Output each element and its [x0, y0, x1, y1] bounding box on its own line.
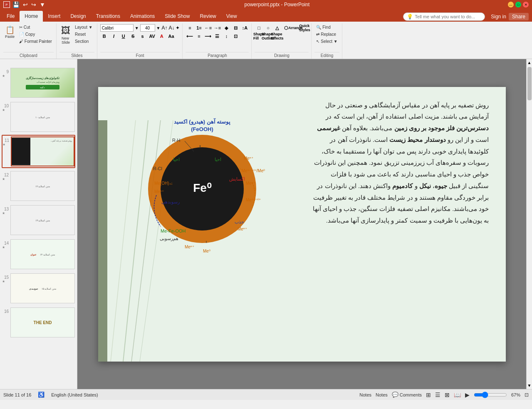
- language-indicator[interactable]: English (United States): [51, 392, 98, 397]
- main-area: 9 ★ تکنولوژی‌های زیست‌سازگاری روش‌های کا…: [0, 59, 532, 389]
- zoom-slider[interactable]: [474, 392, 507, 398]
- shape-3[interactable]: △: [273, 24, 281, 32]
- scroll-thumb[interactable]: [527, 67, 532, 100]
- paragraph-content: ≡ 1≡ ←≡ →≡ ◈ ⊟ ↕A ⟵ ≡ ⟶ ☰ ↕ ⊡: [186, 24, 249, 52]
- reading-view-button[interactable]: 📖: [454, 392, 461, 398]
- maximize-button[interactable]: □: [515, 2, 521, 7]
- font-name-dropdown[interactable]: ▼: [135, 26, 139, 30]
- font-size-aa-button[interactable]: Aa: [167, 32, 176, 40]
- underline-button[interactable]: U: [119, 32, 128, 40]
- scroll-down-button[interactable]: ▼: [526, 382, 532, 389]
- slide-item-13[interactable]: 13 ★ متن اسلاید ۱۳: [2, 204, 75, 236]
- shape-1[interactable]: □: [255, 24, 263, 32]
- outline-view-button[interactable]: ☰: [435, 392, 440, 398]
- font-row2: B I U S s AV A Aa: [100, 32, 176, 40]
- align-left-button[interactable]: ⟵: [186, 32, 194, 40]
- tab-insert[interactable]: Insert: [43, 11, 65, 22]
- increase-font-button[interactable]: A↑: [161, 25, 167, 31]
- increase-indent-button[interactable]: →≡: [213, 24, 221, 32]
- close-button[interactable]: ✕: [523, 2, 529, 7]
- align-right-button[interactable]: ⟶: [204, 32, 212, 40]
- tell-me-box[interactable]: 💡: [403, 12, 485, 21]
- smartart-button[interactable]: ◈: [222, 24, 230, 32]
- shadow-button[interactable]: s: [139, 32, 147, 40]
- sign-in-button[interactable]: Sign in: [491, 14, 506, 20]
- quick-access-toolbar: 💾 ↩ ↪ ▼: [12, 1, 46, 8]
- numbering-button[interactable]: 1≡: [195, 24, 203, 32]
- slide-item-9[interactable]: 9 ★ تکنولوژی‌های زیست‌سازگاری روش‌های کا…: [2, 67, 75, 99]
- new-slide-button[interactable]: 🖼 NewSlide: [59, 24, 72, 46]
- font-color-button[interactable]: A: [158, 32, 166, 40]
- ribbon-tabs: File Home Insert Design Transitions Anim…: [0, 9, 532, 22]
- slide-item-10[interactable]: 10 ★ متن اسلاید ۱۰: [2, 101, 75, 133]
- vertical-scrollbar[interactable]: ▲ ▼: [526, 59, 532, 389]
- normal-view-button[interactable]: ⊞: [426, 392, 431, 398]
- bullets-button[interactable]: ≡: [186, 24, 194, 32]
- layout-button[interactable]: Layout ▼: [73, 24, 94, 30]
- tab-transitions[interactable]: Transitions: [91, 11, 125, 22]
- slide-num-11: 11 ★: [2, 136, 9, 146]
- decrease-font-button[interactable]: A↓: [168, 25, 174, 31]
- font-size-dropdown[interactable]: ▼: [156, 26, 161, 30]
- tell-me-input[interactable]: [415, 14, 481, 19]
- copy-button[interactable]: 📄 Copy: [17, 31, 54, 37]
- slide-item-12[interactable]: 12 ★ متن اسلاید ۱۲: [2, 170, 75, 202]
- text-dir-button[interactable]: ↕A: [240, 24, 249, 32]
- cut-button[interactable]: ✂ Cut: [17, 24, 54, 30]
- undo-button[interactable]: ↩: [22, 1, 29, 8]
- italic-button[interactable]: I: [110, 32, 118, 40]
- slide-canvas[interactable]: Fe⁰ پوسته آهن (هیدرو) اکسید (FeOOH) R-H …: [98, 87, 506, 362]
- select-button[interactable]: ↖ Select ▼: [314, 38, 339, 45]
- fit-slide-button[interactable]: ⊡: [525, 392, 529, 398]
- paste-button[interactable]: 📋 Paste: [3, 24, 16, 40]
- minimize-button[interactable]: —: [508, 2, 514, 7]
- tab-design[interactable]: Design: [65, 11, 91, 22]
- font-name-input[interactable]: [100, 24, 134, 32]
- shape-effects-button[interactable]: Shape Effects: [273, 32, 281, 40]
- arrange-button[interactable]: Arrange: [291, 24, 299, 32]
- tab-home[interactable]: Home: [20, 11, 43, 22]
- replace-button[interactable]: ⇄ Replace: [314, 31, 337, 37]
- share-button[interactable]: Share: [509, 13, 529, 20]
- decrease-indent-button[interactable]: ←≡: [204, 24, 212, 32]
- tab-review[interactable]: Review: [195, 11, 221, 22]
- slide-item-14[interactable]: 14 ★ عنوان متن اسلاید ۱۴: [2, 238, 75, 270]
- slide-item-11[interactable]: 11 ★ روش تصفیه بر پایه آهن...: [2, 135, 75, 168]
- shape-2[interactable]: ○: [264, 24, 272, 32]
- scroll-up-button[interactable]: ▲: [526, 59, 532, 66]
- reset-button[interactable]: Reset: [73, 31, 94, 37]
- customize-button[interactable]: ▼: [39, 1, 46, 8]
- justify-button[interactable]: ☰: [213, 32, 221, 40]
- clear-format-button[interactable]: ✦: [176, 25, 180, 31]
- find-button[interactable]: 🔍 Find: [314, 24, 332, 30]
- slide-thumb-11: روش تصفیه بر پایه آهن...: [11, 136, 74, 166]
- tab-slideshow[interactable]: Slide Show: [160, 11, 195, 22]
- accessibility-icon[interactable]: ♿: [38, 392, 45, 398]
- clipboard-content: 📋 Paste ✂ Cut 📄 Copy 🖌 Format Painter: [3, 24, 54, 52]
- notes-label[interactable]: Notes: [376, 392, 388, 397]
- font-size-input[interactable]: [140, 24, 155, 32]
- slide-item-15[interactable]: 15 ★ جمع‌بندی متن اسلاید ۱۵: [2, 272, 75, 305]
- bold-button[interactable]: B: [100, 32, 109, 40]
- section-button[interactable]: Section: [73, 38, 94, 45]
- strikethrough-button[interactable]: S: [129, 32, 137, 40]
- align-center-button[interactable]: ≡: [195, 32, 203, 40]
- tab-view[interactable]: View: [221, 11, 242, 22]
- format-painter-button[interactable]: 🖌 Format Painter: [17, 38, 54, 45]
- columns-button[interactable]: ⊟: [231, 24, 240, 32]
- convert-smartart-button[interactable]: ⊡: [231, 32, 240, 40]
- char-spacing-button[interactable]: AV: [148, 32, 156, 40]
- slideshow-button[interactable]: ▶: [465, 392, 470, 398]
- comments-button[interactable]: 💬 Comments: [392, 392, 422, 398]
- rtl-text-box[interactable]: روش تصفیه بر پایه آهن در مقیاس آزمایشگاه…: [310, 99, 489, 226]
- line-spacing-button[interactable]: ↕: [222, 32, 230, 40]
- tab-animations[interactable]: Animations: [125, 11, 160, 22]
- save-button[interactable]: 💾: [12, 1, 20, 8]
- slide-sorter-button[interactable]: ⊠: [445, 392, 450, 398]
- canvas-area: Fe⁰ پوسته آهن (هیدرو) اکسید (FeOOH) R-H …: [77, 59, 526, 389]
- slide-item-16[interactable]: 16 ★ THE END: [2, 306, 75, 339]
- notes-button[interactable]: Notes: [359, 392, 371, 397]
- quick-styles-button[interactable]: Quick Styles: [300, 24, 309, 32]
- redo-button[interactable]: ↪: [30, 1, 37, 8]
- tab-file[interactable]: File: [2, 11, 20, 22]
